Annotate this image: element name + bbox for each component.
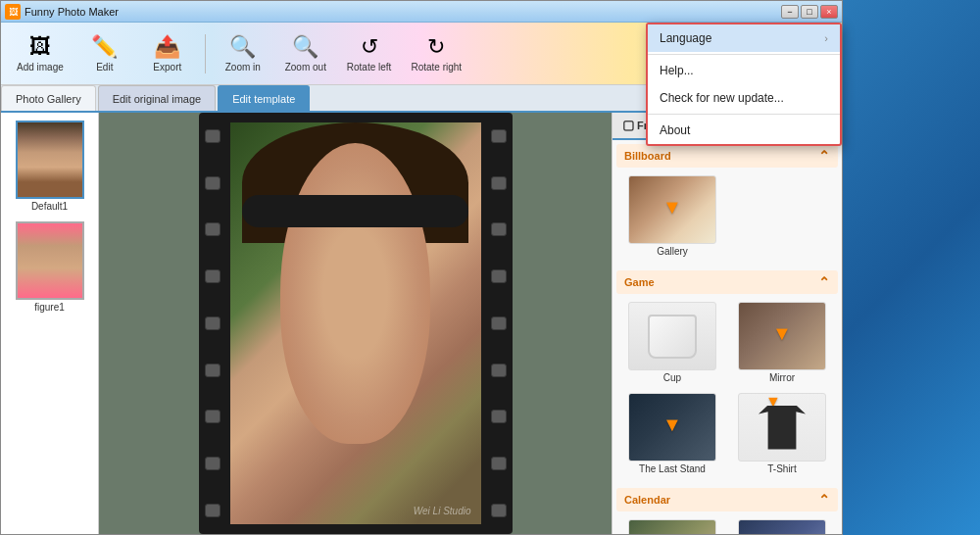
calendar-items: ▼ ▼ xyxy=(616,511,838,534)
laststand-thumb-img: ▼ xyxy=(628,393,716,462)
category-calendar-label: Calendar xyxy=(624,494,670,506)
menu-item-check-update[interactable]: Check for new update... xyxy=(648,84,840,112)
tab-photo-gallery[interactable]: Photo Gallery xyxy=(1,85,96,111)
toolbar-sep-1 xyxy=(205,34,206,73)
template-laststand[interactable]: ▼ The Last Stand xyxy=(620,391,724,476)
rotate-right-label: Rotate right xyxy=(411,62,462,73)
template-mirror[interactable]: ▼ Mirror xyxy=(730,300,834,385)
zoom-in-icon: 🔍 xyxy=(229,34,256,60)
gallery-item-figure1[interactable]: figure1 xyxy=(7,219,92,315)
perf xyxy=(205,129,220,143)
about-label: About xyxy=(660,123,690,137)
category-game: Game ⌃ ▼ Cup xyxy=(616,270,838,482)
add-image-icon: 🖼 xyxy=(29,34,51,60)
menu-item-help[interactable]: Help... xyxy=(648,57,840,84)
gallery-arrow: ▼ xyxy=(662,196,682,219)
gallery-label-default1: Default1 xyxy=(31,201,68,212)
category-billboard: Billboard ⌃ ▼ Gallery xyxy=(616,144,838,265)
edit-button[interactable]: ✏️ Edit xyxy=(75,30,134,76)
menu-item-about[interactable]: About xyxy=(648,117,840,144)
tab-photo-gallery-label: Photo Gallery xyxy=(16,93,81,105)
menu-item-language[interactable]: Language › xyxy=(648,24,840,52)
template-calendar-1[interactable]: ▼ xyxy=(620,517,724,534)
billboard-collapse-icon: ⌃ xyxy=(818,148,830,164)
tshirt-item-label: T-Shirt xyxy=(767,463,796,474)
perf xyxy=(205,410,220,423)
game-collapse-icon: ⌃ xyxy=(818,274,830,290)
template-tshirt[interactable]: ▼ T-Shirt xyxy=(730,391,834,476)
perf xyxy=(491,504,507,517)
perf xyxy=(205,364,220,377)
zoom-out-button[interactable]: 🔍 Zoom out xyxy=(276,30,335,76)
rotate-right-icon: ↻ xyxy=(427,34,445,60)
template-cup[interactable]: ▼ Cup xyxy=(620,300,724,385)
film-strip: Wei Li Studio xyxy=(199,113,513,534)
film-perfs-left xyxy=(199,113,226,534)
photo-headband xyxy=(242,195,467,227)
language-arrow-icon: › xyxy=(824,32,828,44)
billboard-items: ▼ Gallery xyxy=(616,168,838,265)
category-game-label: Game xyxy=(624,276,655,288)
category-billboard-label: Billboard xyxy=(624,150,671,162)
cup-item-label: Cup xyxy=(663,372,681,383)
canvas-area: Wei Li Studio xyxy=(99,113,612,534)
edit-icon: ✏️ xyxy=(91,34,118,60)
zoom-in-button[interactable]: 🔍 Zoom in xyxy=(214,30,272,76)
tab-edit-original-label: Edit original image xyxy=(113,93,202,105)
app-window: 🖼 Funny Photo Maker − □ × 🖼 Add image ✏️… xyxy=(0,0,843,535)
app-icon: 🖼 xyxy=(5,4,21,20)
film-photo: Wei Li Studio xyxy=(230,122,481,524)
film-strip-container: Wei Li Studio xyxy=(199,113,513,534)
title-bar-text: Funny Photo Maker xyxy=(24,6,781,18)
calendar2-thumb: ▼ xyxy=(738,519,826,534)
desktop-area xyxy=(843,0,980,535)
cup-thumb-img: ▼ xyxy=(628,302,716,370)
export-button[interactable]: 📤 Export xyxy=(138,30,197,76)
minimize-button[interactable]: − xyxy=(781,5,799,19)
laststand-arrow: ▼ xyxy=(662,413,682,436)
right-panel: ▢ Frame ☺ Face Fun Art... xyxy=(612,113,842,534)
tab-edit-original[interactable]: Edit original image xyxy=(98,85,217,111)
game-items: ▼ Cup ▼ Mirror xyxy=(616,294,838,482)
mirror-item-label: Mirror xyxy=(769,372,795,383)
perf xyxy=(491,269,507,283)
perf xyxy=(205,176,220,190)
category-calendar-header[interactable]: Calendar ⌃ xyxy=(616,488,838,511)
perf xyxy=(205,269,220,283)
content-area: Default1 figure1 xyxy=(1,113,842,534)
tab-edit-template[interactable]: Edit template xyxy=(218,85,310,111)
export-icon: 📤 xyxy=(154,34,180,60)
template-calendar-2[interactable]: ▼ xyxy=(730,517,834,534)
template-gallery[interactable]: ▼ Gallery xyxy=(620,173,724,259)
calendar1-thumb: ▼ xyxy=(628,519,716,534)
rotate-left-button[interactable]: ↺ Rotate left xyxy=(339,30,400,76)
tshirt-thumb-img: ▼ xyxy=(738,393,826,462)
category-game-header[interactable]: Game ⌃ xyxy=(616,270,838,294)
frame-icon: ▢ xyxy=(622,118,634,132)
gallery-thumb-default1 xyxy=(16,121,84,199)
rotate-right-button[interactable]: ↻ Rotate right xyxy=(403,30,469,76)
perf xyxy=(491,410,507,423)
tab-edit-template-label: Edit template xyxy=(232,93,295,105)
category-billboard-header[interactable]: Billboard ⌃ xyxy=(616,144,838,168)
gallery-item-label: Gallery xyxy=(657,246,688,257)
check-update-label: Check for new update... xyxy=(660,91,784,105)
perf xyxy=(491,176,507,190)
zoom-out-label: Zoom out xyxy=(285,62,326,73)
language-label: Language xyxy=(660,31,711,45)
add-image-button[interactable]: 🖼 Add image xyxy=(9,30,72,76)
calendar-collapse-icon: ⌃ xyxy=(818,492,830,508)
left-panel: Default1 figure1 xyxy=(1,113,99,534)
laststand-item-label: The Last Stand xyxy=(639,463,706,474)
title-bar: 🖼 Funny Photo Maker − □ × xyxy=(1,1,842,23)
restore-button[interactable]: □ xyxy=(801,5,818,19)
perf xyxy=(491,222,507,236)
perf xyxy=(491,129,507,143)
close-button[interactable]: × xyxy=(820,5,838,19)
perf xyxy=(205,316,220,330)
rotate-left-icon: ↺ xyxy=(361,34,378,60)
gallery-item-default1[interactable]: Default1 xyxy=(7,119,92,214)
perf xyxy=(205,222,220,236)
zoom-in-label: Zoom in xyxy=(225,62,261,73)
mirror-arrow: ▼ xyxy=(772,322,792,345)
